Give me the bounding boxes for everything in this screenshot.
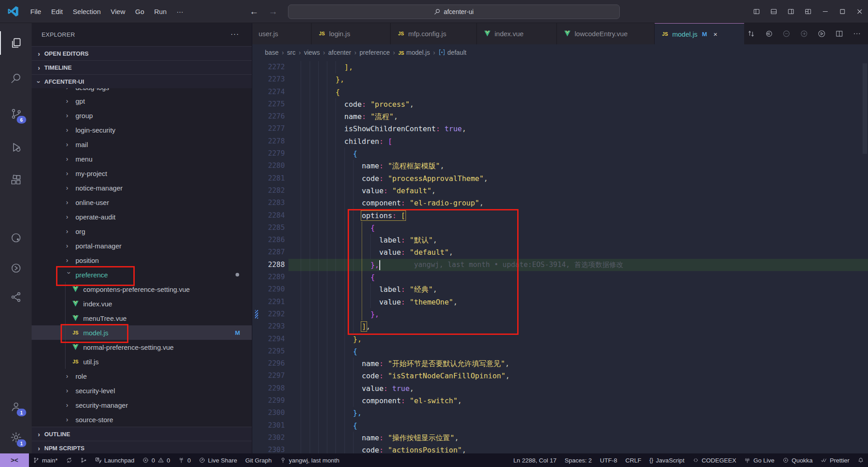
status-encoding[interactable]: UTF-8 (596, 453, 621, 467)
tree-item-preference[interactable]: ›preference (32, 267, 252, 282)
tab-index-vue[interactable]: index.vue (477, 23, 557, 44)
menu-edit[interactable]: Edit (46, 8, 68, 15)
toggle-panel-icon[interactable] (765, 0, 782, 23)
codegeex-icon[interactable] (0, 256, 32, 280)
section-open-editors[interactable]: › OPEN EDITORS (32, 46, 252, 61)
breadcrumb-item-base[interactable]: base (265, 49, 278, 56)
breadcrumb-item-src[interactable]: src (287, 49, 296, 56)
split-editor-icon[interactable] (832, 27, 846, 41)
status-feedback[interactable]: 0 (174, 453, 195, 467)
nav-back-icon[interactable]: ← (250, 6, 259, 17)
tab-login-js[interactable]: JSlogin.js (311, 23, 391, 44)
code-line-2280: 2280 name: "流程框架模版", (252, 160, 868, 172)
tree-item-mail[interactable]: ›mail (32, 137, 252, 152)
tree-item-role[interactable]: ›role (32, 369, 252, 383)
status-launchpad[interactable]: Launchpad (91, 453, 139, 467)
customize-layout-icon[interactable] (799, 0, 816, 23)
code-line-2297: 2297 code: "isStartNodeCanFillOpinion", (252, 370, 868, 382)
code-editor[interactable]: 2272 ],2273 },2274 {2275 code: "process"… (252, 61, 868, 453)
status-bell[interactable] (854, 453, 868, 467)
menu-go[interactable]: Go (130, 8, 149, 15)
antenna-icon (178, 457, 184, 463)
breadcrumb-item-views[interactable]: views (304, 49, 320, 56)
status-quokka[interactable]: Quokka (778, 453, 817, 467)
tab-lowcodeentry-vue[interactable]: lowcodeEntry.vue (557, 23, 655, 44)
breadcrumb-item-preference[interactable]: preference (359, 49, 390, 56)
tree-item-security-level[interactable]: ›security-level (32, 383, 252, 398)
more-actions-icon[interactable] (850, 27, 864, 41)
live-share-icon[interactable] (0, 285, 32, 309)
extensions-icon[interactable] (0, 168, 32, 191)
editor-scrollbar[interactable] (863, 63, 867, 154)
menu-more[interactable]: ··· (172, 8, 189, 15)
menu-file[interactable]: File (25, 8, 46, 15)
tree-item-gpt[interactable]: ›gpt (32, 94, 252, 108)
command-search-box[interactable]: afcenter-ui (288, 5, 620, 19)
maximize-icon[interactable] (834, 0, 851, 23)
breadcrumb-item-model-js[interactable]: JSmodel.js (398, 49, 430, 56)
tree-item-notice-manager[interactable]: ›notice-manager (32, 181, 252, 195)
status-sync[interactable] (62, 453, 76, 467)
search-icon[interactable] (0, 67, 32, 90)
status-cursor-position[interactable]: Ln 2288, Col 17 (509, 453, 561, 467)
run-file-icon[interactable] (815, 27, 829, 41)
status-gitlens[interactable] (76, 453, 91, 467)
explorer-more-actions-icon[interactable]: ··· (231, 30, 239, 38)
tree-item-menu[interactable]: ›menu (32, 152, 252, 166)
status-indentation[interactable]: Spaces: 2 (561, 453, 596, 467)
settings-icon[interactable]: 1 (0, 425, 32, 449)
tab-model-js[interactable]: JSmodel.jsM× (655, 23, 744, 44)
status-prettier[interactable]: Prettier (816, 453, 854, 467)
status-codegeex[interactable]: CODEGEEX (689, 453, 741, 467)
source-control-icon[interactable]: 6 (0, 102, 32, 125)
status-go-live[interactable]: Go Live (740, 453, 778, 467)
tree-item-my-project[interactable]: ›my-project (32, 166, 252, 181)
quokka-icon (783, 457, 789, 463)
tree-item-online-user[interactable]: ›online-user (32, 195, 252, 210)
codegeex-quick-icon[interactable] (762, 27, 776, 41)
status-remote[interactable]: >< (0, 453, 29, 467)
minimize-icon[interactable] (816, 0, 834, 23)
status-language[interactable]: {}JavaScript (646, 453, 689, 467)
section-project-root[interactable]: › AFCENTER-UI (32, 74, 252, 89)
toggle-sidebar-icon[interactable] (748, 0, 765, 23)
tree-item-org[interactable]: ›org (32, 224, 252, 238)
status-label: CODEGEEX (702, 457, 736, 464)
tree-item-position[interactable]: ›position (32, 253, 252, 267)
tree-item-debug-logs[interactable]: ›debug-logs (32, 88, 252, 94)
close-tab-icon[interactable]: × (713, 30, 717, 38)
tree-item-label: gpt (75, 97, 85, 105)
workbench: 611 EXPLORER ··· › OPEN EDITORS › TIMELI… (0, 23, 868, 453)
remote-explorer-icon[interactable] (0, 226, 32, 249)
status-blame[interactable]: yangwj, last month (276, 453, 344, 467)
tree-item-login-security[interactable]: ›login-security (32, 123, 252, 137)
tree-item-operate-audit[interactable]: ›operate-audit (32, 210, 252, 224)
tab-mfp-config-js[interactable]: JSmfp.config.js (391, 23, 477, 44)
accounts-icon[interactable]: 1 (0, 395, 32, 418)
tree-item-portal-manager[interactable]: ›portal-manager (32, 238, 252, 253)
tree-item-security-manager[interactable]: ›security-manager (32, 398, 252, 412)
breadcrumb-item-afcenter[interactable]: afcenter (328, 49, 351, 56)
status-git-graph[interactable]: Git Graph (241, 453, 276, 467)
line-number: 2284 (252, 210, 285, 222)
status-eol[interactable]: CRLF (621, 453, 645, 467)
tab-user-js[interactable]: user.js (252, 23, 311, 44)
menu-selection[interactable]: Selection (68, 8, 106, 15)
tree-item-group[interactable]: ›group (32, 108, 252, 123)
toggle-secondary-sidebar-icon[interactable] (782, 0, 799, 23)
tree-item-source-store[interactable]: ›source-store (32, 412, 252, 427)
nav-forward-icon[interactable]: → (269, 6, 278, 17)
status-branch[interactable]: main* (29, 453, 62, 467)
open-changes-icon[interactable] (744, 27, 758, 41)
breadcrumb-item-default[interactable]: default (439, 49, 467, 56)
status-live-share[interactable]: Live Share (195, 453, 241, 467)
close-icon[interactable] (851, 0, 868, 23)
section-timeline[interactable]: › TIMELINE (32, 60, 252, 75)
section-outline[interactable]: › OUTLINE (32, 427, 252, 441)
menu-view[interactable]: View (106, 8, 130, 15)
run-debug-icon[interactable] (0, 135, 32, 159)
explorer-icon[interactable] (0, 31, 32, 55)
sync-icon (66, 457, 72, 463)
menu-run[interactable]: Run (149, 8, 172, 15)
status-problems[interactable]: 00 (138, 453, 174, 467)
